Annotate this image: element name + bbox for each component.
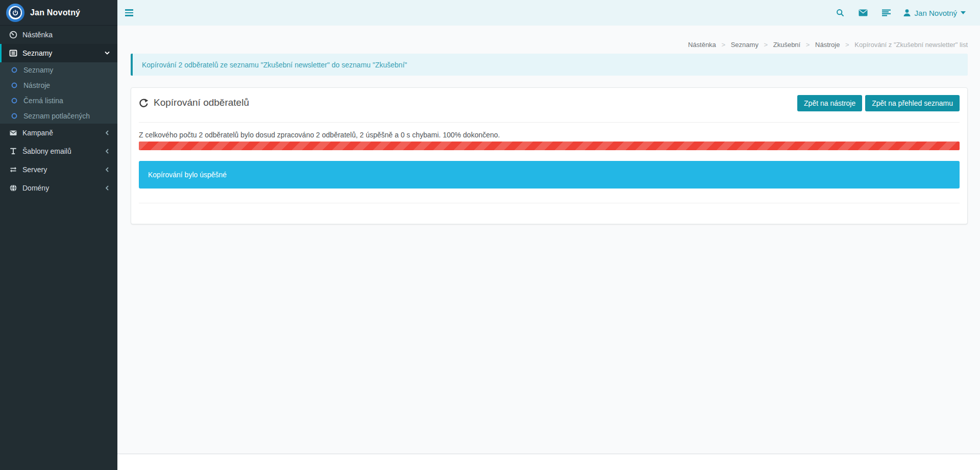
sidebar-item-label: Servery (22, 166, 47, 174)
chevron-down-icon (104, 50, 110, 56)
panel-footer (139, 203, 960, 224)
circle-icon (10, 113, 18, 119)
progress-bar-fill (139, 142, 960, 150)
breadcrumb-link[interactable]: Nástěnka (688, 41, 716, 49)
sidebar-item-nastenka[interactable]: Nástěnka (0, 26, 117, 44)
sidebar-subitem-nastroje[interactable]: Nástroje (0, 78, 117, 93)
info-alert-text: Kopírování 2 odběratelů ze seznamu "Zkuš… (142, 61, 407, 69)
breadcrumb-separator: > (845, 41, 849, 49)
user-icon (903, 9, 911, 17)
breadcrumb-link[interactable]: Seznamy (731, 41, 758, 49)
panel-buttons: Zpět na nástroje Zpět na přehled seznamu (797, 95, 960, 111)
brand-title: Jan Novotný (30, 8, 80, 17)
navbar-right: Jan Novotný (829, 0, 980, 26)
submenu-item-label: Seznam potlačených (23, 112, 90, 120)
progress-bar (139, 142, 960, 150)
submenu-item-label: Nástroje (23, 81, 50, 89)
text-icon (9, 147, 17, 155)
power-logo-icon (6, 4, 24, 22)
success-alert: Kopírování bylo úspěšné (139, 161, 960, 189)
lists-button[interactable] (875, 0, 898, 26)
sidebar-item-sablony-emailu[interactable]: Šablony emailů (0, 142, 117, 160)
search-icon (836, 9, 844, 17)
user-name: Jan Novotný (915, 9, 957, 17)
gauge-icon (9, 31, 17, 39)
sidebar-item-label: Kampaně (22, 129, 53, 137)
info-alert: Kopírování 2 odběratelů ze seznamu "Zkuš… (131, 54, 968, 76)
panel-header: Kopírování odběratelů Zpět na nástroje Z… (139, 95, 960, 111)
top-navbar: Jan Novotný (117, 0, 980, 26)
breadcrumb: Nástěnka > Seznamy > Zkušební > Nástroje… (131, 41, 968, 49)
sidebar-item-domeny[interactable]: Domény (0, 179, 117, 197)
sidebar-item-label: Domény (22, 184, 49, 192)
copy-subscribers-panel: Kopírování odběratelů Zpět na nástroje Z… (131, 87, 968, 224)
messages-button[interactable] (852, 0, 875, 26)
share-rotate-icon (139, 98, 149, 108)
chevron-left-icon (104, 130, 110, 136)
submenu-item-label: Seznamy (23, 66, 53, 74)
panel-title-row: Kopírování odběratelů (139, 97, 249, 108)
sidebar-subitem-seznam-potlacenych[interactable]: Seznam potlačených (0, 108, 117, 124)
sidebar-subitem-cerna-listina[interactable]: Černá listina (0, 93, 117, 108)
breadcrumb-separator: > (764, 41, 768, 49)
sidebar-toggle-button[interactable] (117, 0, 141, 26)
chevron-left-icon (104, 148, 110, 154)
brand[interactable]: Jan Novotný (0, 0, 117, 26)
success-alert-text: Kopírování bylo úspěšné (148, 171, 227, 179)
circle-icon (10, 98, 18, 104)
sidebar: Jan Novotný Nástěnka Sez (0, 0, 117, 470)
caret-down-icon (961, 11, 966, 14)
sidebar-submenu: Seznamy Nástroje Černá listina Seznam po… (0, 62, 117, 124)
breadcrumb-link[interactable]: Zkušební (773, 41, 800, 49)
back-to-tools-button[interactable]: Zpět na nástroje (797, 95, 862, 111)
progress-status-text: Z celkového počtu 2 odběratelů bylo dosu… (139, 131, 960, 139)
sidebar-item-label: Seznamy (22, 49, 52, 57)
user-menu[interactable]: Jan Novotný (898, 0, 969, 26)
sidebar-menu: Nástěnka Seznamy Seznamy (0, 26, 117, 197)
breadcrumb-current: Kopírování z "Zkušební newsletter" list (854, 41, 968, 49)
main-content: Nástěnka > Seznamy > Zkušební > Nástroje… (117, 26, 980, 454)
panel-divider (139, 122, 960, 123)
sidebar-subitem-seznamy[interactable]: Seznamy (0, 62, 117, 78)
list-icon (882, 9, 891, 16)
search-button[interactable] (829, 0, 852, 26)
sidebar-item-label: Šablony emailů (22, 147, 71, 155)
envelope-icon (9, 129, 17, 137)
page-footer (117, 454, 980, 470)
globe-icon (9, 184, 17, 192)
sidebar-item-label: Nástěnka (22, 31, 53, 39)
chevron-left-icon (104, 185, 110, 191)
sidebar-item-seznamy[interactable]: Seznamy (0, 44, 117, 62)
breadcrumb-separator: > (721, 41, 725, 49)
sidebar-item-servery[interactable]: Servery (0, 160, 117, 179)
circle-icon (10, 67, 18, 73)
envelope-icon (859, 9, 868, 16)
submenu-item-label: Černá listina (23, 97, 63, 105)
circle-icon (10, 82, 18, 88)
exchange-icon (9, 166, 17, 174)
back-to-list-overview-button[interactable]: Zpět na přehled seznamu (865, 95, 960, 111)
breadcrumb-link[interactable]: Nástroje (815, 41, 840, 49)
chevron-left-icon (104, 167, 110, 173)
breadcrumb-separator: > (806, 41, 810, 49)
list-alt-icon (9, 49, 17, 57)
sidebar-item-kampane[interactable]: Kampaně (0, 124, 117, 142)
page-title: Kopírování odběratelů (154, 97, 249, 108)
